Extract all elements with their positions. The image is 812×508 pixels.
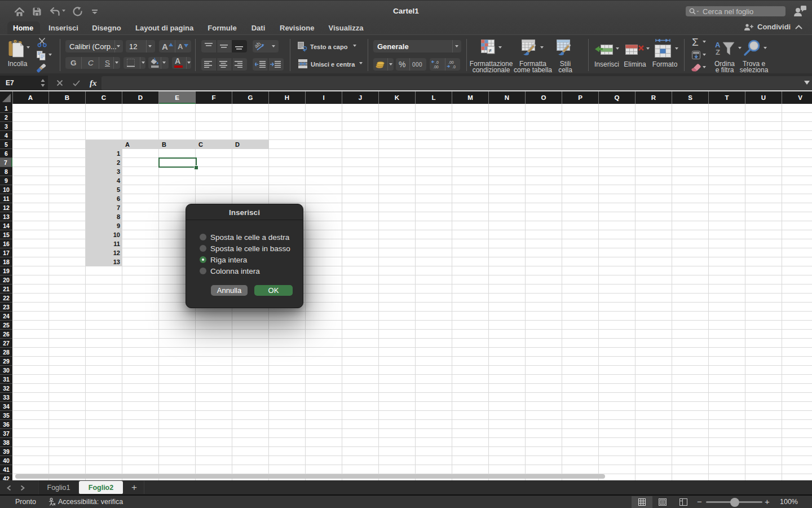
svg-text:.00: .00 — [448, 60, 454, 64]
svg-text:.00: .00 — [433, 65, 439, 69]
svg-text:.0: .0 — [435, 60, 439, 64]
svg-text:ab: ab — [255, 41, 262, 49]
svg-text:≠: ≠ — [489, 47, 492, 54]
svg-text:Z: Z — [716, 48, 720, 56]
svg-text:.0: .0 — [452, 65, 456, 69]
